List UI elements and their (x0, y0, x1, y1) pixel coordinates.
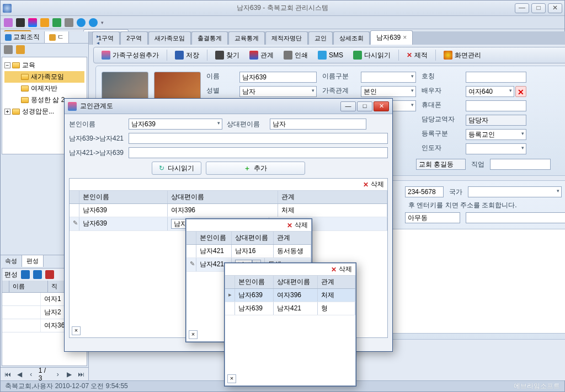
pager-prev[interactable]: ◀ (15, 370, 24, 378)
maximize-button[interactable]: □ (531, 3, 546, 13)
pager-first[interactable]: ⏮ (4, 370, 12, 378)
relation-button[interactable]: 관계 (245, 49, 278, 62)
tree-item-2[interactable]: 여제자반 (4, 83, 84, 94)
spouse-clear-button[interactable]: ✕ (515, 86, 526, 97)
name-label: 이름 (206, 72, 234, 83)
qa-icon-help[interactable] (89, 18, 98, 27)
attr-head-label: 편성 (4, 270, 18, 280)
regtype-label: 등록구분 (422, 129, 460, 140)
grid3-col-other: 상대편이름 (274, 276, 318, 288)
qa-icon-reload[interactable] (52, 18, 61, 27)
reload-button[interactable]: 다시읽기 (349, 49, 395, 62)
qa-icon-wrench[interactable] (65, 18, 73, 27)
qa-icon-binoculars[interactable] (16, 18, 25, 27)
self-name-dropdown[interactable] (129, 119, 222, 130)
qa-icon-clock[interactable] (40, 18, 49, 27)
other-name-input[interactable] (270, 119, 366, 130)
find-button[interactable]: 찾기 (211, 49, 244, 62)
path2-input[interactable] (129, 147, 388, 158)
mobile-input[interactable] (466, 100, 526, 111)
grid3-row[interactable]: 남자639 남자421 형 (225, 302, 355, 315)
job-input[interactable] (490, 159, 551, 170)
qa-dropdown-icon[interactable]: ▾ (101, 20, 104, 25)
dialog-reload-button[interactable]: ↻다시읽기 (152, 162, 201, 175)
remove-button[interactable]: ✕제적 (402, 49, 432, 62)
window-title: 남자639 - 축복교회 관리시스템 (237, 3, 328, 13)
doc-tab[interactable]: 교육통계 (228, 31, 265, 45)
doc-tab[interactable]: 출결통계 (191, 31, 228, 45)
print-button[interactable]: 인쇄 (279, 49, 312, 62)
pager-fwd[interactable]: › (54, 370, 62, 378)
church-input[interactable] (416, 159, 466, 170)
dialog-maximize[interactable]: □ (357, 101, 372, 111)
minimize-button[interactable]: — (515, 3, 529, 13)
left-tool-icon-2[interactable] (16, 45, 25, 54)
grid2-delete-button[interactable]: 삭제 (295, 221, 308, 230)
pager-last[interactable]: ⏭ (77, 370, 85, 378)
attr-tab-prop[interactable]: 속성 (1, 255, 22, 267)
grid3-delete-button[interactable]: 삭제 (339, 265, 352, 274)
attr-icon-2[interactable] (33, 270, 42, 279)
app-icon (3, 4, 12, 13)
dialog-close[interactable]: ✕ (374, 101, 389, 111)
pager-text: 1 / 3 (39, 367, 51, 382)
attr-tab-assign[interactable]: 편성 (22, 255, 44, 267)
title-input[interactable] (466, 72, 526, 83)
sex-dropdown[interactable] (239, 86, 317, 97)
attr-icon-1[interactable] (21, 270, 30, 279)
dialog-add-button[interactable]: ＋추가 (206, 162, 305, 175)
grid1-close-button[interactable]: × (72, 326, 81, 335)
doc-nav-left[interactable]: ◂ (93, 40, 102, 47)
path1-input[interactable] (129, 133, 388, 144)
qa-icon-1[interactable] (4, 18, 13, 27)
doc-tab[interactable]: 상세조회 (333, 31, 370, 45)
grid3-close-button[interactable]: × (227, 374, 236, 383)
staff-input[interactable] (466, 115, 526, 126)
close-tab-icon[interactable]: × (403, 34, 407, 41)
path2-label: 남자421->남자639 (69, 148, 124, 158)
photo-mgmt-button[interactable]: 화면관리 (439, 49, 486, 62)
tree-root[interactable]: −교육 (4, 60, 84, 71)
grid1-delete-button[interactable]: 삭제 (371, 180, 384, 189)
grid1-row[interactable]: 남자639 여자396 처제 (70, 204, 387, 217)
pager-next[interactable]: ▶ (65, 370, 73, 378)
grid2-close-button[interactable]: × (189, 330, 198, 339)
spouse-dropdown[interactable] (466, 86, 514, 97)
sms-button[interactable]: SMS (313, 49, 348, 61)
dong-input[interactable] (405, 212, 460, 223)
left-tool-icon-1[interactable] (4, 45, 13, 54)
dialog-minimize[interactable]: — (340, 101, 356, 111)
plus-icon: ＋ (244, 164, 250, 173)
country-label: 국가 (449, 187, 462, 197)
doc-tab[interactable]: 제적자명단 (265, 31, 308, 45)
save-button[interactable]: 저장 (170, 49, 204, 62)
grid1-col-rel: 관계 (278, 191, 387, 203)
relation-dialog-titlebar[interactable]: 교인관계도 — □ ✕ (65, 99, 392, 114)
pager-back[interactable]: ‹ (27, 370, 35, 378)
country-dropdown[interactable] (468, 186, 562, 197)
doc-tab-active[interactable]: 남자639× (370, 30, 413, 45)
name-input[interactable] (239, 72, 317, 83)
tree-item-1[interactable]: 새가족모임 (4, 71, 84, 83)
path1-label: 남자639->남자421 (69, 134, 124, 143)
famrel-dropdown[interactable] (361, 86, 416, 97)
qa-icon-people[interactable] (28, 18, 37, 27)
left-toolbar (1, 44, 88, 56)
add-family-button[interactable]: 가족구성원추가 (97, 49, 163, 62)
doc-tab[interactable]: 2구역 (120, 31, 148, 45)
phone-input[interactable] (405, 186, 444, 197)
grid3-row[interactable]: 남자639 여자396 처제 (225, 289, 355, 302)
left-tab-2[interactable]: ㄷ (45, 31, 69, 43)
doc-tab[interactable]: 교인 (308, 31, 333, 45)
grid2-row[interactable]: 남자421 남자16 동서동생 (186, 245, 311, 258)
leader-dropdown[interactable] (466, 143, 526, 154)
qa-icon-info[interactable] (77, 18, 86, 27)
job-label: 직업 (471, 160, 484, 169)
attr-icon-3[interactable] (45, 270, 54, 279)
regtype-dropdown[interactable] (466, 129, 526, 140)
close-button[interactable]: ✕ (548, 3, 562, 13)
nametype-dropdown[interactable] (361, 72, 416, 83)
doc-tab[interactable]: 새가족모임 (148, 31, 191, 45)
left-tab-org[interactable]: 교회조직 (1, 31, 45, 43)
address-input[interactable] (466, 212, 565, 223)
